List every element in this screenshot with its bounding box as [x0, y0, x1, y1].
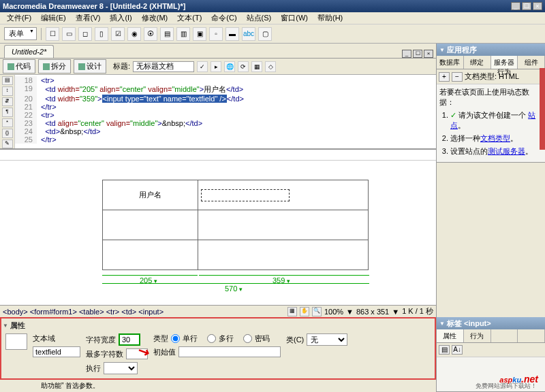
menu-help[interactable]: 帮助(H)	[313, 12, 347, 24]
doctype-link[interactable]: 文档类型	[480, 134, 510, 142]
button-icon[interactable]: ▬	[225, 27, 239, 41]
doc-maximize-button[interactable]: ☐	[413, 50, 422, 58]
properties-panel: 属性 文本域 字符宽度 最多字符数 执	[0, 317, 436, 380]
window-title: Macromedia Dreamweaver 8 - [Untitled-2 (…	[3, 2, 511, 10]
design-view-button[interactable]: 设计	[74, 59, 106, 74]
code-tool-icon[interactable]: ⇵	[2, 97, 13, 106]
menu-insert[interactable]: 插入(I)	[106, 12, 136, 24]
plus-button[interactable]: +	[439, 72, 450, 82]
code-toolbar: ▤ ↕ ⇵ ¶ * {} ✎	[0, 75, 15, 148]
menu-commands[interactable]: 命令(C)	[207, 12, 240, 24]
tab-attributes[interactable]: 属性	[437, 329, 464, 342]
radiogroup-icon[interactable]: ⦿	[144, 27, 157, 41]
menu-file[interactable]: 文件(F)	[3, 12, 35, 24]
tag-path[interactable]: <body> <form#form1> <table> <tr> <td> <i…	[3, 308, 164, 316]
imagefield-icon[interactable]: ▣	[193, 27, 206, 41]
listmenu-icon[interactable]: ▤	[160, 27, 174, 41]
title-input[interactable]	[133, 61, 194, 72]
tag-inspector-header[interactable]: 标签 <input>	[437, 317, 545, 329]
refresh-icon[interactable]: ⟳	[238, 61, 249, 72]
tab-database[interactable]: 数据库	[437, 56, 464, 69]
minus-button[interactable]: −	[452, 72, 463, 82]
doctype-label: 文档类型: HTML	[465, 71, 519, 82]
preview-icon[interactable]: 🌐	[224, 61, 235, 72]
insert-toolbar: 表单 ☐ ▭ ◻ ▯ ☑ ◉ ⦿ ▤ ▥ ▣ ▫ ▬ abc ▢	[0, 24, 545, 44]
textarea-icon[interactable]: ▯	[95, 27, 108, 41]
application-panel-header[interactable]: 应用程序	[437, 44, 545, 56]
form-icon[interactable]: ☐	[46, 27, 59, 41]
document-tabs: Untitled-2* _ ☐ ×	[0, 44, 436, 59]
dim-label: 570 ▾	[225, 284, 243, 293]
zoom-value[interactable]: 100%	[324, 308, 343, 316]
hidden-icon[interactable]: ◻	[78, 27, 92, 41]
type-password-radio[interactable]	[243, 334, 252, 343]
doc-close-button[interactable]: ×	[424, 50, 433, 58]
maximize-button[interactable]: ☐	[522, 2, 531, 10]
title-label: 标题:	[113, 61, 130, 71]
code-view[interactable]: ▤ ↕ ⇵ ¶ * {} ✎ 18<tr>19 <td width="205" …	[0, 75, 436, 150]
code-tool-icon[interactable]: *	[2, 118, 13, 127]
menu-edit[interactable]: 编辑(E)	[37, 12, 70, 24]
type-multi-radio[interactable]	[207, 334, 216, 343]
textfield-icon[interactable]: ▭	[62, 27, 76, 41]
hand-tool-icon[interactable]: ✋	[300, 307, 309, 316]
tab-behaviors[interactable]: 行为	[464, 329, 491, 342]
fieldset-icon[interactable]: ▢	[258, 27, 272, 41]
menu-view[interactable]: 查看(V)	[72, 12, 105, 24]
validate-icon[interactable]: ✓	[197, 61, 208, 72]
design-table[interactable]: 用户名	[102, 180, 369, 270]
checkbox-icon[interactable]: ☑	[111, 27, 125, 41]
table-cell[interactable]	[103, 210, 198, 240]
doc-size: 1 K / 1 秒	[402, 306, 433, 316]
charwidth-input[interactable]	[119, 333, 140, 346]
table-cell[interactable]	[103, 240, 198, 270]
tab-components[interactable]: 组件	[518, 56, 545, 69]
category-view-icon[interactable]: A↓	[452, 345, 463, 355]
wrap-select[interactable]	[104, 362, 138, 374]
doc-minimize-button[interactable]: _	[402, 50, 411, 58]
menu-modify[interactable]: 修改(M)	[138, 12, 172, 24]
label-icon[interactable]: abc	[242, 27, 255, 41]
table-cell[interactable]	[198, 210, 369, 240]
tab-server-behaviors[interactable]: 服务器行为	[491, 56, 518, 69]
class-select[interactable]: 无	[307, 333, 347, 346]
zoom-tool-icon[interactable]: 🔍	[312, 307, 322, 316]
viewoptions-icon[interactable]: ▦	[251, 61, 262, 72]
initval-input[interactable]	[178, 346, 281, 357]
menu-text[interactable]: 文本(T)	[173, 12, 206, 24]
table-cell-username-label[interactable]: 用户名	[103, 180, 198, 210]
document-toolbar: 代码 拆分 设计 标题: ✓ ▸ 🌐 ⟳ ▦ ◇	[0, 59, 436, 75]
filefield-icon[interactable]: ▫	[209, 27, 223, 41]
code-tool-icon[interactable]: ✎	[2, 140, 13, 148]
menu-window[interactable]: 窗口(W)	[277, 12, 312, 24]
textfield-input[interactable]	[201, 189, 290, 201]
list-view-icon[interactable]: ▤	[439, 345, 450, 355]
code-tool-icon[interactable]: ▤	[2, 76, 13, 85]
code-tool-icon[interactable]: {}	[2, 129, 13, 137]
menu-site[interactable]: 站点(S)	[243, 12, 276, 24]
name-input[interactable]	[33, 346, 80, 357]
testserver-link[interactable]: 测试服务器	[488, 147, 525, 155]
minimize-button[interactable]: _	[511, 2, 520, 10]
code-tool-icon[interactable]: ↕	[2, 86, 13, 95]
doc-tab-untitled2[interactable]: Untitled-2*	[4, 45, 54, 58]
insert-category-dropdown[interactable]: 表单	[4, 27, 37, 40]
select-tool-icon[interactable]: ▦	[287, 307, 297, 316]
window-size[interactable]: 863 x 351	[356, 308, 389, 316]
titlebar: Macromedia Dreamweaver 8 - [Untitled-2 (…	[0, 0, 545, 12]
close-button[interactable]: ×	[533, 2, 542, 10]
design-view[interactable]: 用户名 205 ▾ 359 ▾ 570 ▾	[0, 161, 436, 305]
radio-icon[interactable]: ◉	[127, 27, 141, 41]
split-view-button[interactable]: 拆分	[38, 59, 71, 74]
type-single-radio[interactable]	[171, 334, 180, 343]
filemanage-icon[interactable]: ▸	[211, 61, 221, 72]
tab-bindings[interactable]: 绑定	[464, 56, 491, 69]
code-view-button[interactable]: 代码	[3, 59, 35, 74]
code-tool-icon[interactable]: ¶	[2, 108, 13, 116]
visualaid-icon[interactable]: ◇	[265, 61, 276, 72]
table-cell[interactable]	[198, 240, 369, 270]
tag-selector-bar: <body> <form#form1> <table> <tr> <td> <i…	[0, 305, 436, 317]
jumpmenu-icon[interactable]: ▥	[176, 27, 190, 41]
menubar: 文件(F) 编辑(E) 查看(V) 插入(I) 修改(M) 文本(T) 命令(C…	[0, 12, 545, 24]
properties-header[interactable]: 属性	[3, 320, 433, 331]
